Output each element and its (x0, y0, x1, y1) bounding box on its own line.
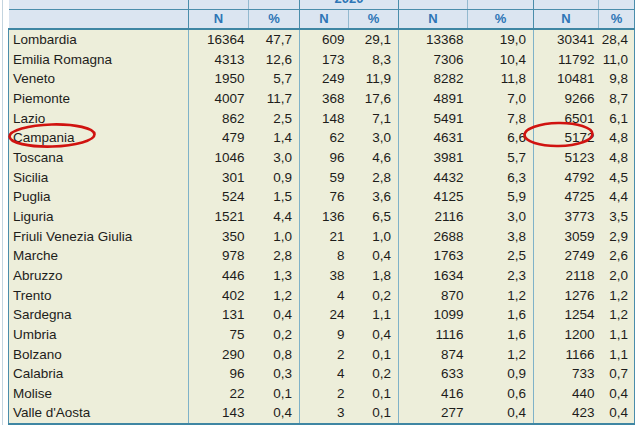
value-n-cell: 4631 (399, 128, 468, 148)
table-row: Umbria750,290,411161,612001,1 (9, 325, 635, 345)
col-header-n-4: N (534, 9, 599, 29)
value-n-cell: 249 (300, 69, 349, 89)
value-n-cell: 59 (300, 168, 349, 188)
col-header-n-1: N (189, 9, 249, 29)
value-pct-cell: 2,6 (599, 246, 635, 266)
table-row: Lazio8622,51487,154917,865016,1 (9, 109, 635, 129)
value-pct-cell: 1,2 (468, 345, 534, 365)
value-n-cell: 96 (300, 148, 349, 168)
value-pct-cell: 1,2 (599, 286, 635, 306)
value-n-cell: 4313 (189, 50, 249, 70)
value-pct-cell: 3,5 (599, 207, 635, 227)
value-pct-cell: 0,4 (599, 403, 635, 424)
value-pct-cell: 2,8 (249, 246, 300, 266)
year-cell-blank-1 (189, 0, 249, 9)
value-pct-cell: 0,2 (249, 325, 300, 345)
value-n-cell: 13368 (399, 29, 468, 50)
table-row: Piemonte400711,736817,648917,092668,7 (9, 89, 635, 109)
value-n-cell: 131 (189, 305, 249, 325)
region-cell: Liguria (9, 207, 189, 227)
value-n-cell: 440 (534, 384, 599, 404)
value-n-cell: 38 (300, 266, 349, 286)
regions-table-container: 2020 N % N % N % N % Lombardia1636447,76… (8, 0, 638, 425)
table-row: Friuli Venezia Giulia3501,0211,026883,83… (9, 227, 635, 247)
region-cell: Sicilia (9, 168, 189, 188)
table-row: Marche9782,880,417632,527492,6 (9, 246, 635, 266)
value-n-cell: 423 (534, 403, 599, 424)
table-row: Calabria960,340,26330,97330,7 (9, 364, 635, 384)
value-n-cell: 862 (189, 109, 249, 129)
value-n-cell: 3 (300, 403, 349, 424)
value-n-cell: 136 (300, 207, 349, 227)
value-pct-cell: 11,8 (468, 69, 534, 89)
value-n-cell: 301 (189, 168, 249, 188)
column-header-row: N % N % N % N % (9, 9, 635, 29)
value-pct-cell: 5,7 (249, 69, 300, 89)
value-pct-cell: 12,6 (249, 50, 300, 70)
region-cell: Lombardia (9, 29, 189, 50)
table-row: Sardegna1310,4241,110991,612541,2 (9, 305, 635, 325)
value-pct-cell: 29,1 (349, 29, 399, 50)
table-row: Toscana10463,0964,639815,751234,8 (9, 148, 635, 168)
table-row: Trento4021,240,28701,212761,2 (9, 286, 635, 306)
value-pct-cell: 0,8 (249, 345, 300, 365)
value-pct-cell: 0,2 (349, 286, 399, 306)
value-pct-cell: 4,4 (599, 187, 635, 207)
table-row: Valle d'Aosta1430,430,12770,44230,4 (9, 403, 635, 424)
year-cell-blank-5 (534, 0, 599, 9)
value-pct-cell: 3,0 (349, 128, 399, 148)
value-pct-cell: 2,9 (599, 227, 635, 247)
value-pct-cell: 2,3 (468, 266, 534, 286)
value-pct-cell: 1,0 (349, 227, 399, 247)
value-n-cell: 3981 (399, 148, 468, 168)
value-n-cell: 1200 (534, 325, 599, 345)
value-pct-cell: 6,3 (468, 168, 534, 188)
table-row: Lombardia1636447,760929,11336819,0303412… (9, 29, 635, 50)
value-n-cell: 4891 (399, 89, 468, 109)
value-n-cell: 1254 (534, 305, 599, 325)
region-cell: Piemonte (9, 89, 189, 109)
year-cell-blank-6 (599, 0, 635, 9)
value-n-cell: 446 (189, 266, 249, 286)
value-pct-cell: 1,4 (249, 128, 300, 148)
value-n-cell: 4125 (399, 187, 468, 207)
value-pct-cell: 0,4 (249, 305, 300, 325)
region-cell: Calabria (9, 364, 189, 384)
value-n-cell: 874 (399, 345, 468, 365)
value-n-cell: 978 (189, 246, 249, 266)
region-cell: Friuli Venezia Giulia (9, 227, 189, 247)
value-pct-cell: 1,6 (468, 325, 534, 345)
value-pct-cell: 2,5 (249, 109, 300, 129)
value-pct-cell: 0,6 (468, 384, 534, 404)
value-pct-cell: 0,1 (349, 384, 399, 404)
region-cell: Toscana (9, 148, 189, 168)
value-n-cell: 4007 (189, 89, 249, 109)
region-cell: Campania (9, 128, 189, 148)
col-header-pct-4: % (599, 9, 635, 29)
value-pct-cell: 1,2 (468, 286, 534, 306)
value-n-cell: 75 (189, 325, 249, 345)
value-n-cell: 8 (300, 246, 349, 266)
year-cell-blank-2 (249, 0, 300, 9)
value-pct-cell: 10,4 (468, 50, 534, 70)
value-n-cell: 2 (300, 384, 349, 404)
value-pct-cell: 11,7 (249, 89, 300, 109)
value-n-cell: 5123 (534, 148, 599, 168)
value-n-cell: 7306 (399, 50, 468, 70)
value-n-cell: 173 (300, 50, 349, 70)
region-cell: Lazio (9, 109, 189, 129)
value-pct-cell: 4,4 (249, 207, 300, 227)
value-pct-cell: 4,5 (599, 168, 635, 188)
value-pct-cell: 0,4 (349, 325, 399, 345)
value-pct-cell: 1,1 (349, 305, 399, 325)
value-pct-cell: 0,4 (349, 246, 399, 266)
value-pct-cell: 11,9 (349, 69, 399, 89)
value-pct-cell: 1,1 (599, 325, 635, 345)
value-pct-cell: 11,0 (599, 50, 635, 70)
table-row: Veneto19505,724911,9828211,8104819,8 (9, 69, 635, 89)
value-n-cell: 10481 (534, 69, 599, 89)
region-cell: Abruzzo (9, 266, 189, 286)
value-pct-cell: 0,4 (249, 403, 300, 424)
value-n-cell: 609 (300, 29, 349, 50)
regions-table: 2020 N % N % N % N % Lombardia1636447,76… (8, 0, 635, 425)
